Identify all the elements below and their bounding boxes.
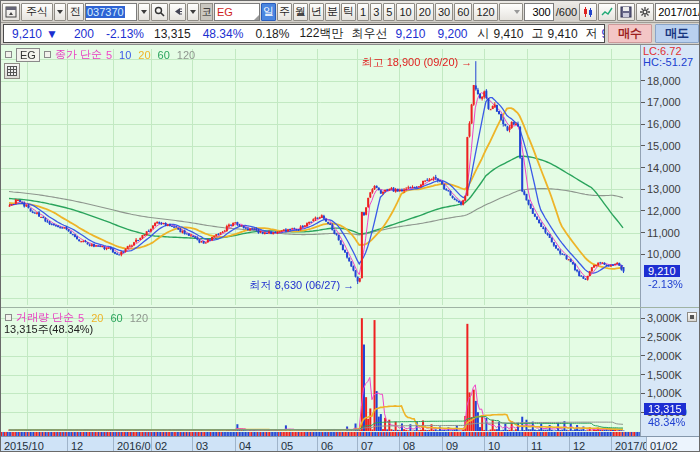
legend-handle-icon[interactable]: [5, 51, 12, 58]
period-tabs: 일주월년분틱: [261, 3, 356, 21]
date-cell-02: 02: [151, 437, 192, 452]
date-cell-06: 06: [317, 437, 357, 452]
save-icon[interactable]: [617, 3, 635, 21]
stock-name-field[interactable]: EG: [214, 3, 260, 21]
bar-count-input[interactable]: 300: [524, 3, 554, 21]
interval-button-20[interactable]: 20: [416, 3, 434, 21]
interval-button-1[interactable]: 1: [357, 3, 369, 21]
high-price: 9,410: [548, 27, 578, 41]
ma-period-120: 120: [177, 49, 195, 61]
volume-tick-1000: 1,000K: [641, 387, 682, 399]
price-legend: EG 종가 단순 5102060120: [5, 47, 202, 62]
interval-button-120[interactable]: 120: [473, 3, 497, 21]
price-tick-14000: 14,000: [641, 162, 681, 174]
ma-period-10: 10: [119, 49, 131, 61]
grid-tool-icon[interactable]: [4, 63, 20, 79]
last-price: 9,210: [12, 27, 42, 41]
ma-period-5: 5: [106, 49, 112, 61]
hc-value: HC:-51.27: [643, 56, 693, 68]
sell-button[interactable]: 매도: [655, 24, 699, 43]
date-cell-03: 03: [192, 437, 235, 452]
resize-handle-icon[interactable]: [254, 15, 259, 20]
trendline-icon[interactable]: [598, 3, 616, 21]
tab-period-년[interactable]: 년: [309, 3, 324, 21]
low-label: 저: [586, 25, 598, 42]
ma-period-60: 60: [158, 49, 170, 61]
interval-buttons: 13510203060120: [357, 3, 498, 21]
tab-period-분[interactable]: 분: [325, 3, 340, 21]
date-cell-05: 05: [277, 437, 317, 452]
price-change: 200: [74, 27, 94, 41]
jeon-button[interactable]: 전: [67, 3, 84, 21]
price-tick-11000: 11,000: [641, 227, 680, 239]
panel-separator[interactable]: [1, 307, 700, 308]
volume-ratio: 48.34%: [203, 27, 244, 41]
date-axis[interactable]: 2015/10122016/01020304050607080910111220…: [1, 436, 700, 452]
plug-icon[interactable]: [169, 3, 186, 21]
window-icon[interactable]: [2, 3, 20, 21]
quote-summary: 9,210 ▼ 200 -2.13% 13,315 48.34% 0.18% 1…: [3, 24, 605, 43]
interval-button-5[interactable]: 5: [383, 3, 395, 21]
ma-period-60: 60: [110, 312, 122, 324]
interval-button-3[interactable]: 3: [370, 3, 382, 21]
ma-period-20: 20: [138, 49, 150, 61]
price-tick-10000: 10,000: [641, 248, 681, 260]
asset-type-dropdown-arrow-icon[interactable]: [54, 3, 66, 21]
toolbar: 주식 전 037370 코 EG 일주월년분틱 13510203060120 3…: [1, 1, 700, 23]
low-price: 9,140: [602, 27, 605, 41]
current-price-badge: 9,210: [644, 265, 680, 277]
high-annotation: 최고 18,900 (09/20) →: [362, 55, 473, 70]
price-change-pct: -2.13%: [106, 27, 144, 41]
volume-tick-2000: 2,000K: [641, 350, 682, 362]
legend-handle-icon[interactable]: [5, 314, 12, 321]
date-cell-08: 08: [399, 437, 442, 452]
interval-button-30[interactable]: 30: [435, 3, 453, 21]
date-cell-12: 12: [67, 437, 113, 452]
interval-combo[interactable]: [499, 3, 523, 21]
date-cell-11: 11: [527, 437, 569, 452]
turnover-pct: 0.18%: [255, 27, 289, 41]
high-label: 고: [532, 25, 544, 42]
best-ask: 9,210: [395, 27, 425, 41]
volume-tick-3000: 3,000K: [641, 312, 682, 324]
tab-period-월[interactable]: 월: [293, 3, 308, 21]
price-tick-13000: 13,000: [641, 183, 681, 195]
tab-period-틱[interactable]: 틱: [341, 3, 356, 21]
trade-value: 122백만: [299, 25, 343, 42]
code-dropdown-arrow-icon[interactable]: [138, 3, 150, 21]
date-cell-2017/0: 2017/0: [611, 437, 646, 452]
status-bar: 9,210 ▼ 200 -2.13% 13,315 48.34% 0.18% 1…: [1, 23, 700, 45]
asset-type-select[interactable]: 주식: [21, 3, 53, 21]
date-cell-04: 04: [235, 437, 277, 452]
tab-period-일[interactable]: 일: [261, 3, 276, 21]
interval-button-60[interactable]: 60: [454, 3, 472, 21]
current-price-pct: -2.13%: [648, 278, 683, 290]
price-tick-18000: 18,000: [641, 75, 681, 87]
plug-dropdown-arrow-icon[interactable]: [187, 3, 199, 21]
date-cell-01/02: 01/02: [646, 437, 700, 452]
code-type-badge: 코: [200, 3, 213, 21]
date-cell-10: 10: [484, 437, 527, 452]
ma-period-120: 120: [130, 312, 148, 324]
date-cell-2016/01: 2016/01: [113, 437, 151, 452]
search-icon[interactable]: [151, 3, 168, 21]
collapse-icon[interactable]: [687, 312, 697, 322]
date-cell-2015/10: 2015/10: [1, 437, 67, 452]
stock-code-input[interactable]: 037370: [85, 3, 137, 21]
price-legend-label: 종가 단순: [55, 47, 102, 62]
date-field[interactable]: 2017/01/02: [655, 3, 700, 21]
buy-button[interactable]: 매수: [608, 24, 652, 43]
open-label: 시: [478, 25, 490, 42]
stock-chart-window: 주식 전 037370 코 EG 일주월년분틱 13510203060120 3…: [0, 0, 700, 452]
candle-add-icon[interactable]: [579, 3, 597, 21]
gear-icon[interactable]: [636, 3, 654, 21]
interval-button-10[interactable]: 10: [396, 3, 414, 21]
chart-area: EG 종가 단순 5102060120 최고 18,900 (09/20) → …: [1, 45, 640, 436]
volume-summary: 13,315주(48.34%): [4, 322, 93, 337]
tab-period-주[interactable]: 주: [277, 3, 292, 21]
volume-tick-2500: 2,500K: [641, 331, 682, 343]
legend-handle-icon[interactable]: [44, 51, 51, 58]
chart-canvas[interactable]: [1, 45, 640, 436]
price-ma-list: 5102060120: [106, 49, 202, 61]
current-volume-pct: 48.34%: [648, 416, 685, 428]
